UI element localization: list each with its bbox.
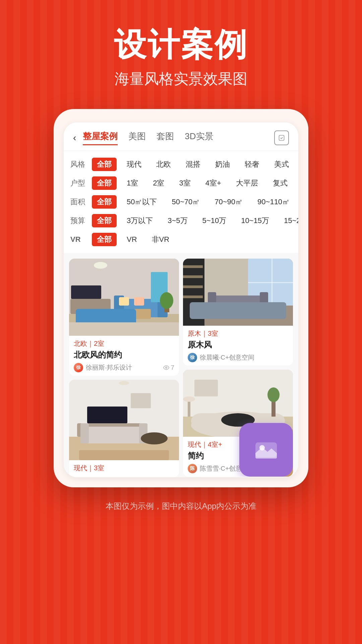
filter-label-vr: VR <box>70 235 86 244</box>
svg-point-50 <box>267 387 280 402</box>
filter-budget-3[interactable]: 3万以下 <box>122 214 158 227</box>
card-style-modern3: 现代｜3室 <box>74 464 174 473</box>
filter-style-american[interactable]: 美式 <box>269 158 294 171</box>
filter-style-mix[interactable]: 混搭 <box>181 158 205 171</box>
card-style-nordic: 北欧｜2室 <box>74 339 174 348</box>
svg-rect-42 <box>215 307 248 317</box>
filter-style-all[interactable]: 全部 <box>92 158 117 171</box>
svg-rect-22 <box>80 423 89 443</box>
filter-vr-all[interactable]: 全部 <box>92 233 117 246</box>
card-meta-wood: 原木｜3室 原木风 徐 徐晨曦·C+创意空间 <box>183 326 293 366</box>
nav-bar: ‹ 整屋案例 美图 套图 3D实景 <box>64 122 298 151</box>
app-screen: ‹ 整屋案例 美图 套图 3D实景 风格 <box>64 122 298 477</box>
disclaimer: 本图仅为示例，图中内容以App内公示为准 <box>106 501 257 532</box>
svg-rect-40 <box>208 292 216 314</box>
tab-meitu[interactable]: 美图 <box>128 130 146 145</box>
card-author-wood: 徐 徐晨曦·C+创意空间 <box>188 353 254 362</box>
filter-style-cream[interactable]: 奶油 <box>210 158 235 171</box>
filter-room-duplex[interactable]: 复式 <box>268 177 292 190</box>
filter-label-budget: 预算 <box>70 216 86 226</box>
view-number-nordic: 7 <box>171 364 174 371</box>
filter-label-roomtype: 户型 <box>70 178 86 188</box>
filter-budget-10-15[interactable]: 10~15万 <box>236 214 274 227</box>
filter-label-area: 面积 <box>70 197 86 207</box>
svg-rect-9 <box>134 297 144 306</box>
filter-area-50[interactable]: 50㎡以下 <box>122 196 162 208</box>
nav-tabs: 整屋案例 美图 套图 3D实景 <box>83 130 274 145</box>
filter-room-all[interactable]: 全部 <box>92 176 117 190</box>
filter-budget-all[interactable]: 全部 <box>92 214 117 227</box>
svg-rect-41 <box>260 292 268 314</box>
filter-area-90-110[interactable]: 90~110㎡ <box>253 196 294 208</box>
filter-room-2[interactable]: 2室 <box>148 177 169 190</box>
svg-rect-32 <box>183 275 203 278</box>
card-image-wood <box>183 259 293 326</box>
filter-area-50-70[interactable]: 50~70㎡ <box>167 196 204 208</box>
filter-style-light[interactable]: 轻奢 <box>240 158 264 171</box>
card-image-nordic <box>69 259 179 336</box>
card-title-nordic: 北欧风的简约 <box>74 350 174 360</box>
filter-area-all[interactable]: 全部 <box>92 195 117 209</box>
tab-3d[interactable]: 3D实景 <box>185 130 213 145</box>
svg-rect-51 <box>194 380 218 396</box>
filter-budget-5-10[interactable]: 5~10万 <box>198 214 231 227</box>
phone-mockup: ‹ 整屋案例 美图 套图 3D实景 风格 <box>54 109 308 487</box>
svg-point-53 <box>183 396 195 402</box>
card-author-row-nordic: 徐 徐丽斯·邦乐设计 7 <box>74 363 174 372</box>
filter-row-budget: 预算 全部 3万以下 3~5万 5~10万 10~15万 15~2… <box>70 211 292 230</box>
filter-section: 风格 全部 现代 北欧 混搭 奶油 轻奢 美式 户型 全部 1室 2室 3室 4… <box>64 151 298 253</box>
filter-room-4plus[interactable]: 4室+ <box>201 177 226 190</box>
card-author-nordic: 徐 徐丽斯·邦乐设计 <box>74 363 132 372</box>
card-author-row-wood: 徐 徐晨曦·C+创意空间 <box>188 353 288 362</box>
photo-icon <box>239 423 293 477</box>
svg-rect-20 <box>87 407 127 423</box>
filter-budget-3-5[interactable]: 3~5万 <box>163 214 192 227</box>
back-button[interactable]: ‹ <box>73 132 76 143</box>
main-title: 设计案例 <box>114 27 248 62</box>
author-avatar-wood: 徐 <box>188 353 197 362</box>
photo-icon-wrap <box>229 413 286 470</box>
svg-rect-10 <box>124 309 151 319</box>
card-meta-modern3: 现代｜3室 <box>69 460 179 477</box>
filter-vr-no[interactable]: 非VR <box>147 233 174 246</box>
svg-rect-26 <box>131 393 151 408</box>
svg-rect-21 <box>80 427 147 443</box>
svg-point-24 <box>141 432 168 444</box>
card-title-wood: 原木风 <box>188 339 288 350</box>
grid-col-left: 北欧｜2室 北欧风的简约 徐 徐丽斯·邦乐设计 7 <box>69 259 179 477</box>
filter-room-flat[interactable]: 大平层 <box>231 177 263 190</box>
svg-rect-4 <box>71 285 101 299</box>
filter-room-3[interactable]: 3室 <box>175 177 195 190</box>
filter-vr-yes[interactable]: VR <box>122 234 142 245</box>
tab-package[interactable]: 套图 <box>157 130 174 145</box>
tab-whole-house[interactable]: 整屋案例 <box>83 130 118 145</box>
filter-style-modern[interactable]: 现代 <box>122 158 146 171</box>
save-icon[interactable] <box>274 130 289 145</box>
card-meta-nordic: 北欧｜2室 北欧风的简约 徐 徐丽斯·邦乐设计 7 <box>69 336 179 376</box>
card-nordic-2room[interactable]: 北欧｜2室 北欧风的简约 徐 徐丽斯·邦乐设计 7 <box>69 259 179 376</box>
author-avatar-modern4: 陈 <box>188 464 197 473</box>
svg-point-11 <box>94 262 107 269</box>
svg-point-15 <box>166 367 167 368</box>
filter-label-style: 风格 <box>70 159 86 169</box>
image-grid: 北欧｜2室 北欧风的简约 徐 徐丽斯·邦乐设计 7 <box>64 253 298 477</box>
card-modern-4room[interactable]: 现代｜4室+ 简约 陈 陈雪雪·C+创意空… <box>183 370 293 477</box>
author-avatar-nordic: 徐 <box>74 363 83 372</box>
card-modern-3room[interactable]: 现代｜3室 <box>69 380 179 477</box>
svg-rect-31 <box>183 265 203 268</box>
filter-style-nordic[interactable]: 北欧 <box>152 158 176 171</box>
author-name-nordic: 徐丽斯·邦乐设计 <box>86 363 132 372</box>
svg-rect-0 <box>279 135 284 140</box>
card-wood-3room[interactable]: 原木｜3室 原木风 徐 徐晨曦·C+创意空间 <box>183 259 293 366</box>
svg-rect-3 <box>70 299 111 314</box>
filter-budget-15plus[interactable]: 15~2… <box>279 215 298 226</box>
svg-rect-30 <box>183 259 204 326</box>
card-style-wood: 原木｜3室 <box>188 329 288 338</box>
filter-row-style: 风格 全部 现代 北欧 混搭 奶油 轻奢 美式 <box>70 155 292 174</box>
filter-area-70-90[interactable]: 70~90㎡ <box>210 196 247 208</box>
svg-rect-8 <box>119 297 129 306</box>
filter-row-area: 面积 全部 50㎡以下 50~70㎡ 70~90㎡ 90~110㎡ <box>70 193 292 211</box>
page-container: 设计案例 海量风格实景效果图 ‹ 整屋案例 美图 套图 3D实景 <box>0 0 362 532</box>
filter-row-roomtype: 户型 全部 1室 2室 3室 4室+ 大平层 复式 <box>70 174 292 193</box>
filter-room-1[interactable]: 1室 <box>122 177 143 190</box>
